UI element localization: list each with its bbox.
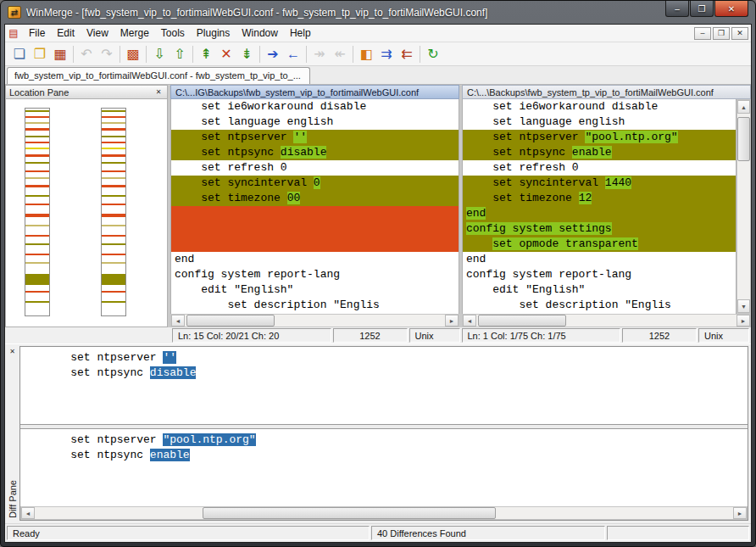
- scroll-left-icon[interactable]: ◄: [171, 315, 185, 327]
- code-line[interactable]: set ntpserver "pool.ntp.org": [463, 130, 736, 145]
- code-line[interactable]: set ntpsync disable: [41, 366, 748, 381]
- prev-diff-icon[interactable]: ⇧: [170, 44, 190, 64]
- left-encoding: 1252: [333, 328, 408, 343]
- undo-icon[interactable]: ↶: [76, 44, 97, 64]
- code-line[interactable]: set timezone 12: [463, 191, 736, 206]
- code-text: set ntpsync: [44, 366, 150, 379]
- title-bar[interactable]: ⇄ WinMerge - [fwb_system_vip_to_fortimai…: [4, 1, 752, 24]
- mdi-close-button[interactable]: ✕: [731, 27, 748, 40]
- document-icon[interactable]: ▤: [8, 27, 19, 39]
- next-diff-icon[interactable]: ⇩: [149, 44, 170, 64]
- close-button[interactable]: ✕: [714, 1, 748, 17]
- right-editor[interactable]: set ie6workaround disable set language e…: [462, 99, 737, 314]
- menu-item-help[interactable]: Help: [284, 25, 317, 41]
- code-line[interactable]: edit "English": [463, 282, 736, 298]
- menu-item-window[interactable]: Window: [236, 25, 284, 41]
- diff-pane-bottom-section[interactable]: set ntpserver "pool.ntp.org" set ntpsync…: [20, 429, 748, 506]
- location-pane-header[interactable]: Location Pane ✕: [5, 85, 168, 99]
- tab-compare[interactable]: fwb_system_vip_to_fortimailWebGUI.conf -…: [7, 67, 310, 84]
- code-line[interactable]: set description "Englis: [463, 298, 736, 313]
- code-line[interactable]: [171, 206, 459, 221]
- scroll-right-icon[interactable]: ►: [445, 315, 459, 327]
- copy-right-advance-icon[interactable]: ↠: [309, 44, 330, 64]
- rescan-icon[interactable]: ▩: [123, 44, 143, 64]
- code-line[interactable]: set ie6workaround disable: [171, 99, 459, 114]
- scrollbar-thumb[interactable]: [737, 117, 750, 161]
- refresh-icon[interactable]: ↻: [423, 44, 443, 64]
- code-line[interactable]: set ie6workaround disable: [463, 99, 736, 114]
- menu-item-plugins[interactable]: Plugins: [191, 25, 236, 41]
- all-left-icon[interactable]: ⇇: [397, 44, 417, 64]
- mdi-restore-button[interactable]: ❐: [713, 27, 730, 40]
- scrollbar-thumb[interactable]: [186, 315, 275, 327]
- code-line[interactable]: set description "Englis: [171, 298, 459, 313]
- diff-pane-close-icon[interactable]: ✕: [8, 346, 18, 356]
- code-line[interactable]: set ntpsync enable: [41, 448, 748, 463]
- current-diff-icon[interactable]: ✕: [216, 44, 236, 64]
- copy-right-icon[interactable]: ➔: [263, 44, 283, 64]
- code-line[interactable]: end: [171, 252, 459, 267]
- copy-left-advance-icon[interactable]: ↞: [330, 44, 350, 64]
- first-diff-icon[interactable]: ⇞: [196, 44, 216, 64]
- code-line[interactable]: set language english: [463, 114, 736, 130]
- menu-item-file[interactable]: File: [23, 25, 51, 41]
- menu-item-view[interactable]: View: [81, 25, 114, 41]
- scroll-up-icon[interactable]: ▲: [737, 100, 750, 114]
- code-line[interactable]: config system report-lang: [171, 267, 459, 282]
- right-pane-header[interactable]: C:\...\Backups\fwb_system_tp_vip_to_fort…: [462, 85, 751, 99]
- scroll-right-icon[interactable]: ►: [733, 507, 747, 519]
- diff-pane-scrollbar[interactable]: ◄ ►: [20, 506, 748, 520]
- right-horizontal-scrollbar[interactable]: ◄ ►: [462, 314, 751, 327]
- code-line[interactable]: config system report-lang: [463, 267, 736, 282]
- code-line[interactable]: [171, 237, 459, 252]
- left-editor[interactable]: set ie6workaround disable set language e…: [170, 99, 459, 314]
- tab-bar: fwb_system_vip_to_fortimailWebGUI.conf -…: [5, 66, 751, 85]
- location-bar-right[interactable]: [101, 108, 126, 316]
- code-line[interactable]: set refresh 0: [171, 160, 459, 176]
- code-line[interactable]: set syncinterval 1440: [463, 176, 736, 191]
- mdi-minimize-button[interactable]: –: [694, 27, 711, 40]
- code-line[interactable]: set ntpsync enable: [463, 145, 736, 160]
- scroll-down-icon[interactable]: ▼: [737, 299, 750, 313]
- diff-pane-top-section[interactable]: set ntpserver '' set ntpsync disable: [20, 347, 748, 424]
- vertical-scrollbar[interactable]: ▲ ▼: [737, 99, 751, 314]
- code-line[interactable]: set ntpserver '': [171, 130, 459, 145]
- location-pane-close-icon[interactable]: ✕: [153, 87, 164, 98]
- last-diff-icon[interactable]: ⇟: [236, 44, 257, 64]
- save-icon[interactable]: ▦: [50, 44, 70, 64]
- new-file-icon[interactable]: ❏: [9, 44, 30, 64]
- right-encoding: 1252: [622, 328, 697, 343]
- minimize-button[interactable]: –: [665, 1, 689, 17]
- scrollbar-thumb[interactable]: [203, 507, 496, 519]
- maximize-button[interactable]: ❐: [690, 1, 714, 17]
- all-right-icon[interactable]: ⇉: [376, 44, 397, 64]
- code-line[interactable]: end: [463, 206, 736, 221]
- code-line[interactable]: set ntpserver '': [41, 350, 748, 366]
- menu-item-merge[interactable]: Merge: [114, 25, 155, 41]
- code-line[interactable]: config system settings: [463, 221, 736, 237]
- code-line[interactable]: set refresh 0: [463, 160, 736, 176]
- code-line[interactable]: set ntpsync disable: [171, 145, 459, 160]
- left-pane-header[interactable]: C:\...IG\Backups\fwb_system_vip_to_forti…: [170, 85, 459, 99]
- menu-item-tools[interactable]: Tools: [155, 25, 191, 41]
- copy-left-icon[interactable]: ←: [283, 44, 303, 64]
- code-line[interactable]: edit "English": [171, 282, 459, 298]
- diff-pane-gripper[interactable]: ✕ Diff Pane: [5, 344, 19, 523]
- code-line[interactable]: [171, 221, 459, 237]
- open-file-icon[interactable]: ❐: [30, 44, 50, 64]
- code-line[interactable]: set opmode transparent: [463, 237, 736, 252]
- redo-icon[interactable]: ↷: [97, 44, 117, 64]
- location-bar-left[interactable]: [25, 108, 50, 316]
- scrollbar-thumb[interactable]: [478, 315, 566, 327]
- code-line[interactable]: set syncinterval 0: [171, 176, 459, 191]
- left-horizontal-scrollbar[interactable]: ◄ ►: [170, 314, 459, 327]
- scroll-left-icon[interactable]: ◄: [463, 315, 476, 327]
- code-line[interactable]: set language english: [171, 114, 459, 130]
- code-line[interactable]: set timezone 00: [171, 191, 459, 206]
- auto-merge-icon[interactable]: ◧: [356, 44, 376, 64]
- menu-item-edit[interactable]: Edit: [51, 25, 81, 41]
- code-line[interactable]: end: [463, 252, 736, 267]
- code-line[interactable]: set ntpserver "pool.ntp.org": [41, 433, 748, 448]
- scroll-left-icon[interactable]: ◄: [21, 507, 35, 519]
- scroll-right-icon[interactable]: ►: [737, 315, 750, 327]
